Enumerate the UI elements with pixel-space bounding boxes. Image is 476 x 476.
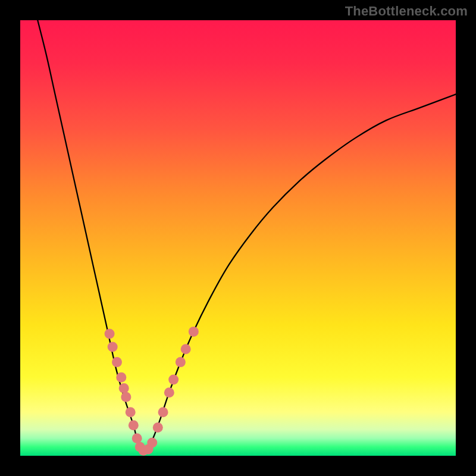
data-marker <box>132 433 142 443</box>
curve-layer <box>20 20 456 456</box>
data-marker <box>158 407 168 417</box>
data-markers <box>105 327 199 456</box>
curve-right-branch <box>142 94 456 451</box>
data-marker <box>105 329 115 339</box>
data-marker <box>181 344 191 354</box>
data-marker <box>112 357 122 367</box>
data-marker <box>126 407 136 417</box>
watermark-text: TheBottleneck.com <box>345 4 468 19</box>
data-marker <box>147 438 157 448</box>
chart-frame: TheBottleneck.com <box>0 0 476 476</box>
data-marker <box>129 420 139 430</box>
data-marker <box>153 422 163 433</box>
plot-area <box>20 20 456 456</box>
data-marker <box>164 387 174 397</box>
data-marker <box>189 327 199 337</box>
data-marker <box>119 383 129 393</box>
data-marker <box>116 372 126 383</box>
data-marker <box>168 374 178 384</box>
data-marker <box>108 342 118 352</box>
data-marker <box>176 357 186 367</box>
data-marker <box>121 392 131 402</box>
